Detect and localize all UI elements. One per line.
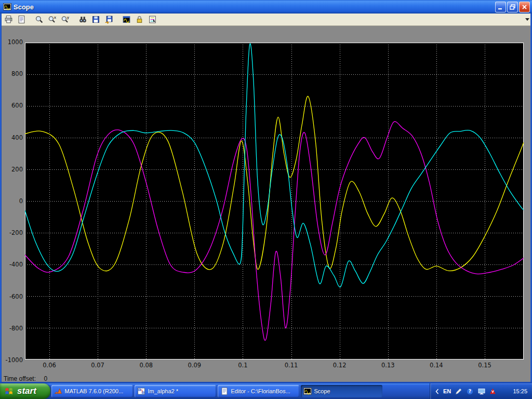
window-frame-left [0,14,2,383]
task-button-label: Editor - C:\FlorianBos... [231,388,290,394]
autoscale-button[interactable] [76,14,89,25]
x-tick-label: 0.1 [232,362,254,369]
tray-chevron-icon[interactable] [435,388,440,395]
network-icon[interactable] [477,388,485,395]
floating-scope-button[interactable] [120,14,132,25]
task-button-model[interactable]: Im_alpha2 * [135,385,216,397]
toolbar: x y [0,14,532,26]
editor-document-icon [220,387,229,395]
x-tick-label: 0.06 [38,362,60,369]
scope-window-icon [3,3,11,11]
clock: 15:25 [513,388,527,394]
x-tick-label: 0.15 [474,362,496,369]
y-tick-label: -1000 [6,357,23,363]
signal-selection-button[interactable] [146,14,158,25]
x-tick-label: 0.14 [425,362,447,369]
window-title: Scope [14,3,495,11]
task-button-label: MATLAB 7.6.0 (R200... [65,388,124,394]
zoom-button[interactable] [33,14,45,25]
y-tick-label: 0 [19,198,23,204]
task-button-label: Scope [314,388,330,394]
y-tick-label: -200 [9,230,23,236]
svg-text:x: x [54,15,56,20]
restore-button[interactable] [507,2,518,12]
print-button[interactable] [2,14,15,25]
time-offset: Time offset: 0 [4,375,47,382]
y-tick-label: 800 [11,71,23,77]
scope-task-icon [303,387,312,395]
time-offset-value: 0 [44,375,47,382]
desktop: { "window": { "title": "Scope" }, "toolb… [0,0,532,399]
y-tick-label: 1000 [8,39,23,45]
figure-area: 1000 800 600 400 200 0 -200 -400 -600 -8… [0,26,532,383]
simulink-model-icon [137,387,145,395]
start-button-label: start [17,386,36,396]
x-tick-label: 0.11 [281,362,302,369]
language-indicator[interactable]: EN [443,388,451,394]
antivirus-icon[interactable] [489,388,497,395]
close-button[interactable] [519,2,530,12]
zoom-y-button[interactable]: y [59,14,71,25]
x-tick-label: 0.07 [87,362,109,369]
minimize-button[interactable] [495,2,506,12]
scope-plot-canvas[interactable] [25,43,524,360]
y-axis-labels: 1000 800 600 400 200 0 -200 -400 -600 -8… [1,39,23,363]
restore-axes-button[interactable] [102,14,115,25]
taskbar: start MATLAB 7.6.0 (R200... Im_alpha2 * … [0,383,532,399]
matlab-icon [54,387,62,395]
y-tick-label: 200 [11,166,23,172]
svg-text:y: y [66,15,69,20]
task-button-editor[interactable]: Editor - C:\FlorianBos... [218,385,299,397]
zoom-x-button[interactable]: x [46,14,58,25]
x-axis-labels: 0.06 0.07 0.08 0.09 0.1 0.11 0.12 0.13 0… [38,362,496,369]
y-tick-label: 600 [11,102,23,109]
y-tick-label: -800 [9,325,23,331]
x-tick-label: 0.12 [329,362,351,369]
y-tick-label: -400 [9,261,23,268]
x-tick-label: 0.13 [377,362,399,369]
system-tray: EN ? 15:25 [430,383,532,399]
y-tick-label: -600 [9,294,23,300]
toolbar-overflow-icon[interactable] [525,18,529,21]
pen-input-icon[interactable] [455,388,462,395]
help-icon[interactable]: ? [466,388,474,395]
task-button-matlab[interactable]: MATLAB 7.6.0 (R200... [51,385,133,397]
task-button-label: Im_alpha2 * [148,388,179,394]
x-tick-label: 0.09 [183,362,205,369]
x-tick-label: 0.08 [135,362,157,369]
y-tick-label: 400 [11,135,23,141]
task-button-scope[interactable]: Scope [301,385,382,397]
windows-flag-icon [4,387,15,396]
window-titlebar: Scope [0,0,532,14]
time-offset-label: Time offset: [4,375,36,382]
start-button[interactable]: start [0,383,50,399]
svg-text:?: ? [469,389,471,394]
lock-axes-button[interactable] [133,14,145,25]
parameters-button[interactable] [15,14,28,25]
save-axes-button[interactable] [89,14,102,25]
